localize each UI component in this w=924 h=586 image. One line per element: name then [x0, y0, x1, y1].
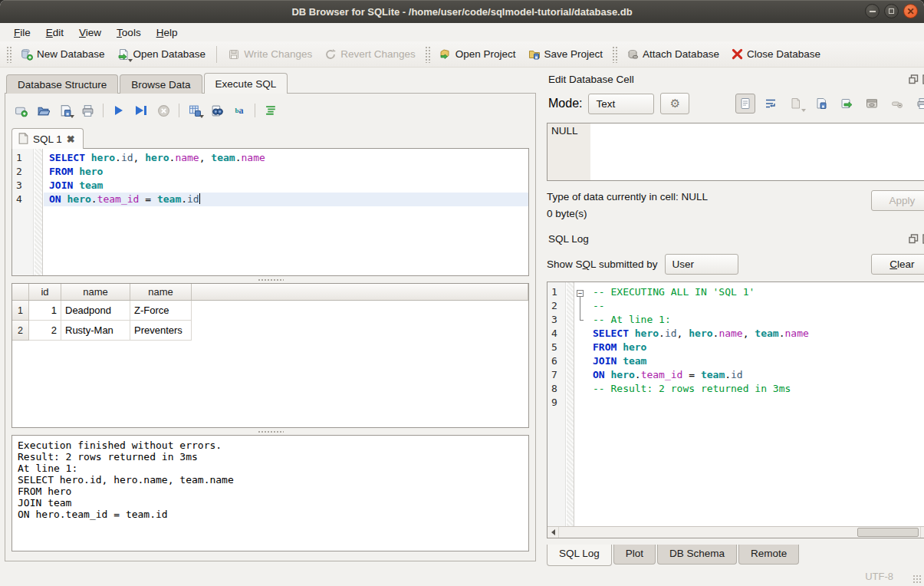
- mode-combo[interactable]: Text: [588, 94, 654, 114]
- float-dock-icon[interactable]: [909, 74, 919, 84]
- splitter-handle[interactable]: [12, 276, 529, 283]
- print-icon[interactable]: [80, 103, 95, 118]
- set-null-icon[interactable]: [887, 94, 907, 114]
- open-project-button[interactable]: Open Project: [433, 45, 522, 64]
- toolbar-separator: [216, 46, 217, 63]
- autoformat-button[interactable]: ⚙: [660, 93, 689, 114]
- tab-plot[interactable]: Plot: [613, 545, 656, 565]
- scroll-left-arrow[interactable]: [547, 527, 559, 538]
- menu-view[interactable]: View: [71, 25, 109, 41]
- sql-log-controls: Show SQL submitted by User Clear: [547, 252, 924, 276]
- execute-all-icon[interactable]: [111, 103, 127, 118]
- close-button[interactable]: ✕: [903, 4, 918, 18]
- titlebar[interactable]: DB Browser for SQLite - /home/user/code/…: [0, 0, 924, 23]
- close-sql-tab-icon[interactable]: ✖: [67, 133, 75, 145]
- encoding-indicator[interactable]: UTF-8: [865, 571, 893, 582]
- column-header[interactable]: name: [61, 284, 130, 300]
- save-results-icon[interactable]: [187, 103, 202, 118]
- autocomplete-icon[interactable]: ba: [232, 103, 247, 118]
- sql-1-tab[interactable]: SQL 1 ✖: [12, 128, 84, 149]
- cell-value-editor[interactable]: NULL: [547, 123, 924, 181]
- code-line: 1SELECT hero.id, hero.name, team.name: [12, 151, 528, 165]
- tab-db-schema[interactable]: DB Schema: [657, 545, 737, 565]
- revert-changes-button[interactable]: Revert Changes: [318, 45, 422, 64]
- table-cell[interactable]: Preventers: [130, 321, 192, 341]
- print-cell-icon[interactable]: [912, 94, 924, 114]
- save-project-button[interactable]: Save Project: [522, 45, 610, 64]
- word-wrap-icon[interactable]: [761, 94, 781, 114]
- menu-help[interactable]: Help: [149, 25, 186, 41]
- sql-log-dock-title: SQL Log: [547, 230, 924, 247]
- write-changes-button[interactable]: Write Changes: [222, 45, 318, 64]
- gear-icon: ⚙: [670, 97, 680, 110]
- save-results-dropdown-arrow[interactable]: [199, 115, 204, 118]
- menu-file[interactable]: File: [6, 25, 38, 41]
- tab-sql-log[interactable]: SQL Log: [547, 545, 612, 566]
- row-header[interactable]: 2: [12, 321, 29, 341]
- save-sql-file-icon[interactable]: [58, 103, 73, 118]
- close-database-icon: [732, 48, 743, 60]
- text-mode-icon[interactable]: [735, 94, 755, 114]
- sql-editor[interactable]: 1SELECT hero.id, hero.name, team.name2FR…: [12, 148, 529, 276]
- float-dock-icon[interactable]: [909, 234, 919, 244]
- tab-database-structure[interactable]: Database Structure: [6, 74, 118, 94]
- tab-remote[interactable]: Remote: [738, 545, 799, 565]
- tab-browse-data[interactable]: Browse Data: [120, 74, 202, 94]
- table-cell[interactable]: 1: [29, 301, 61, 321]
- execute-current-line-icon[interactable]: [133, 103, 149, 118]
- open-database-button[interactable]: Open Database: [111, 45, 212, 64]
- new-sql-tab-icon[interactable]: [13, 103, 28, 118]
- toolbar-drag-handle[interactable]: [425, 46, 430, 63]
- menu-tools[interactable]: Tools: [109, 25, 149, 41]
- export-data-icon[interactable]: [837, 94, 857, 114]
- show-sql-label: Show SQL submitted by: [547, 258, 658, 270]
- new-database-button[interactable]: New Database: [15, 45, 111, 64]
- table-cell[interactable]: Z-Force: [130, 301, 192, 321]
- toolbar-drag-handle[interactable]: [612, 46, 617, 63]
- resize-grip[interactable]: [912, 574, 922, 584]
- text-caret: [199, 193, 201, 204]
- close-database-button[interactable]: Close Database: [725, 45, 827, 63]
- fold-marker[interactable]: −: [575, 285, 587, 299]
- tab-execute-sql[interactable]: Execute SQL: [204, 73, 288, 94]
- table-cell[interactable]: Rusty-Man: [61, 321, 130, 341]
- import-data-icon[interactable]: [811, 94, 831, 114]
- column-header[interactable]: name: [130, 284, 192, 300]
- table-row[interactable]: 22Rusty-ManPreventers: [12, 321, 528, 341]
- format-sql-icon[interactable]: [263, 103, 278, 118]
- sql-log-view[interactable]: 1−-- EXECUTING ALL IN 'SQL 1'2--3-- At l…: [547, 281, 924, 538]
- scroll-right-arrow[interactable]: [920, 527, 924, 538]
- execute-sql-panel: ba SQL 1 ✖ 1SELECT hero.id, hero.name, t…: [5, 93, 536, 561]
- code-line: 5FROM hero: [547, 341, 924, 354]
- cell-mode-row: Mode: Text ⚙: [548, 92, 924, 115]
- menu-edit[interactable]: Edit: [38, 25, 71, 41]
- execution-status-log[interactable]: Execution finished without errors. Resul…: [12, 435, 529, 551]
- splitter-handle[interactable]: [12, 428, 529, 435]
- toolbar-separator: [255, 104, 255, 117]
- toolbar-drag-handle[interactable]: [6, 46, 12, 63]
- fold-guide: [575, 313, 587, 327]
- open-in-browser-icon[interactable]: [862, 94, 882, 114]
- table-cell[interactable]: Deadpond: [61, 301, 130, 321]
- open-sql-file-icon[interactable]: [35, 103, 51, 118]
- stop-execution-icon[interactable]: [156, 103, 171, 118]
- open-database-dropdown-arrow[interactable]: [128, 59, 133, 62]
- main-tab-bar: Database Structure Browse Data Execute S…: [6, 73, 541, 94]
- submitted-by-combo[interactable]: User: [665, 254, 738, 275]
- clear-log-button[interactable]: Clear: [871, 254, 924, 275]
- toolbar-separator: [179, 104, 179, 117]
- open-external-icon[interactable]: [786, 94, 806, 114]
- find-replace-icon[interactable]: [209, 103, 225, 118]
- minimize-button[interactable]: [865, 4, 880, 18]
- table-row[interactable]: 11DeadpondZ-Force: [12, 301, 528, 321]
- log-horizontal-scrollbar[interactable]: [547, 526, 924, 538]
- attach-database-button[interactable]: Attach Database: [620, 45, 725, 64]
- row-header[interactable]: 1: [12, 301, 29, 321]
- results-grid[interactable]: idnamename11DeadpondZ-Force22Rusty-ManPr…: [12, 283, 529, 428]
- scrollbar-thumb[interactable]: [857, 528, 919, 537]
- save-sql-dropdown-arrow[interactable]: [70, 115, 74, 118]
- column-header[interactable]: id: [29, 284, 61, 300]
- apply-button[interactable]: Apply: [871, 190, 924, 211]
- maximize-button[interactable]: [884, 4, 899, 18]
- table-cell[interactable]: 2: [29, 321, 61, 341]
